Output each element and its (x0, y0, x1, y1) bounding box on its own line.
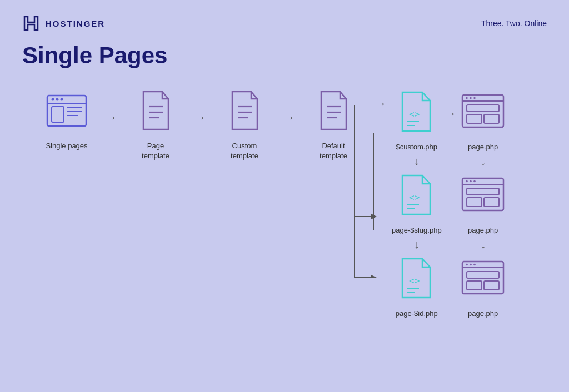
document-purple-icon-3 (310, 86, 357, 135)
page-slug-php-label: page-$slug.php (392, 225, 442, 235)
arrow-down-2: ↓ (414, 239, 420, 250)
svg-point-2 (52, 98, 54, 101)
arrow-2: → (189, 110, 211, 125)
svg-text:<>: <> (409, 275, 420, 286)
single-pages-label: Single pages (46, 141, 87, 151)
page-template-label: Pagetemplate (142, 141, 169, 161)
page-id-php-label: page-$id.php (396, 309, 438, 319)
document-purple-icon-1 (132, 86, 179, 135)
header: HOSTINGER Three. Two. Online (0, 0, 569, 37)
flow-item-custom-php: <> $custom.php (393, 87, 440, 152)
flow-item-page-php-3: page.php (460, 253, 507, 319)
code-teal-icon-1: <> (393, 87, 440, 137)
arrow-down-1: ↓ (414, 155, 420, 167)
svg-rect-50 (484, 281, 499, 290)
browser-icon (43, 86, 91, 135)
code-teal-icon-3: <> (393, 253, 440, 303)
svg-point-31 (473, 97, 476, 99)
svg-rect-34 (484, 114, 499, 123)
browser-purple-icon-3 (460, 253, 507, 303)
page-php-label-1: page.php (468, 142, 498, 152)
code-teal-icon-2: <> (393, 170, 440, 220)
svg-text:<>: <> (409, 192, 420, 203)
flow-item-page-slug-php: <> page-$slug.php (392, 170, 442, 235)
svg-rect-49 (467, 281, 482, 290)
svg-rect-41 (467, 198, 482, 207)
svg-point-39 (473, 180, 476, 183)
flow-item-default-template: Defaulttemplate (300, 86, 367, 161)
svg-rect-42 (484, 198, 499, 207)
svg-point-4 (61, 98, 63, 101)
page-title: Single Pages (0, 37, 569, 86)
default-template-label: Defaulttemplate (320, 141, 347, 161)
arrow-down-4: ↓ (480, 239, 486, 250)
logo-text: HOSTINGER (46, 19, 105, 28)
logo: HOSTINGER (22, 16, 105, 31)
flow-item-custom-template: Customtemplate (211, 86, 278, 161)
arrow-3: → (278, 110, 300, 125)
svg-point-45 (466, 264, 468, 266)
branch-col-page-php: page.php ↓ (460, 87, 507, 319)
page-php-label-3: page.php (468, 309, 498, 319)
svg-point-38 (470, 180, 472, 183)
tagline: Three. Two. Online (481, 19, 547, 28)
flow-item-single-pages: Single pages (33, 86, 100, 151)
svg-rect-33 (467, 114, 482, 123)
svg-point-3 (56, 98, 59, 101)
svg-rect-48 (467, 272, 499, 278)
browser-purple-icon-2 (460, 170, 507, 220)
svg-point-30 (470, 97, 472, 99)
svg-rect-5 (52, 107, 64, 122)
svg-rect-32 (467, 105, 499, 112)
svg-text:<>: <> (409, 109, 420, 119)
arrow-1: → (100, 110, 122, 125)
svg-point-46 (470, 264, 472, 266)
diagram: Single pages → Pagetemplate → (0, 86, 569, 319)
flow-item-page-id-php: <> page-$id.php (393, 253, 440, 319)
flow-item-page-php-2: page.php (460, 170, 507, 235)
svg-point-37 (466, 180, 468, 183)
browser-purple-icon-1 (460, 87, 507, 137)
svg-point-29 (466, 97, 468, 99)
custom-template-label: Customtemplate (231, 141, 258, 161)
svg-rect-40 (467, 188, 499, 195)
document-purple-icon-2 (221, 86, 268, 135)
branch-col-custom: <> $custom.php ↓ (392, 87, 442, 319)
svg-point-47 (473, 264, 476, 266)
flow-item-page-php-1: page.php (460, 87, 507, 152)
flow-item-page-template: Pagetemplate (122, 86, 189, 161)
hostinger-logo-icon (22, 16, 40, 31)
custom-php-label: $custom.php (396, 142, 437, 152)
arrow-down-3: ↓ (480, 155, 486, 167)
page-php-label-2: page.php (468, 225, 498, 235)
